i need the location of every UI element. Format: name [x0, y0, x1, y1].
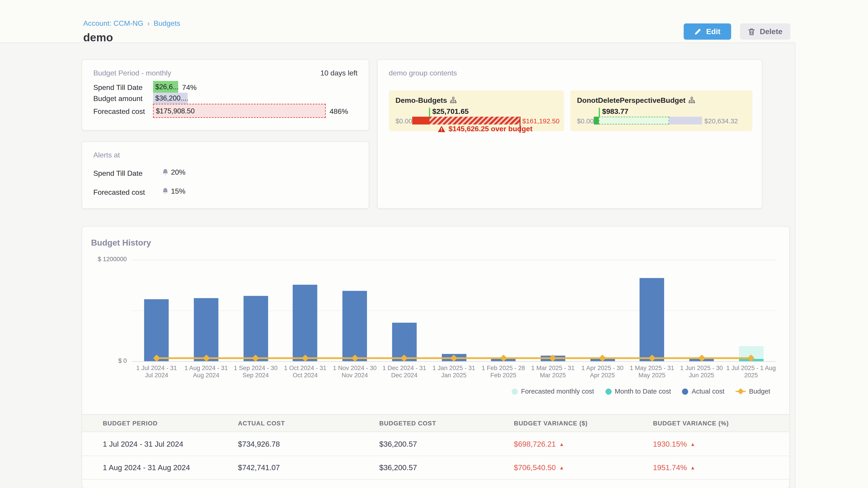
hierarchy-icon[interactable] [450, 96, 457, 104]
group-budget-name: Demo-Budgets [395, 96, 447, 104]
spend-till-date-label: Spend Till Date [93, 83, 143, 92]
x-axis-label: 1 Sep 2024 - 30 Sep 2024 [231, 365, 281, 379]
hierarchy-icon[interactable] [688, 96, 695, 104]
breadcrumb-account-link[interactable]: Account: CCM-NG [83, 19, 143, 27]
budget-amount-bar: $36,200.... [153, 93, 188, 104]
x-axis-label: 1 Oct 2024 - 31 Oct 2024 [281, 365, 330, 379]
page-header: Account: CCM-NG › Budgets demo Edit Dele… [0, 0, 868, 42]
group-budget-donotdelete: DonotDeletePerspectiveBudget $983.77 $0.… [570, 90, 752, 131]
triangle-up-icon: ▲ [690, 441, 695, 447]
group-contents-title: demo group contents [389, 69, 457, 77]
col-actual-cost: ACTUAL COST [238, 420, 285, 427]
history-table-header: BUDGET PERIOD ACTUAL COST BUDGETED COST … [82, 414, 789, 432]
forecasted-cost-bar: $175,908.50 [153, 104, 326, 118]
actual-cost-bar [293, 285, 318, 361]
alert-spend-label: Spend Till Date [93, 169, 143, 177]
alert-forecast-label: Forecasted cost [93, 188, 145, 197]
budget-period-card-title: Budget Period - monthly [93, 69, 171, 77]
days-left-label: 10 days left [320, 69, 358, 77]
alert-forecast-value: 15% [162, 187, 186, 195]
triangle-up-icon: ▲ [690, 465, 695, 470]
overspend-hatched-segment [430, 117, 520, 125]
alerts-card-title: Alerts at [93, 151, 120, 159]
y-axis-top-label: $ 1200000 [88, 256, 127, 263]
legend-item-mtd[interactable]: Month to Date cost [605, 387, 671, 395]
alerts-card: Alerts at Spend Till Date 20% Forecasted… [82, 141, 369, 209]
chart-x-axis-labels: 1 Jul 2024 - 31 Jul 20241 Aug 2024 - 31 … [132, 365, 776, 383]
group-budget-demo-budgets: Demo-Budgets $25,701.65 $0.00 $161,192.5… [389, 90, 564, 131]
actual-cost-bar [640, 278, 664, 361]
x-axis-label: 1 Jul 2024 - 31 Jul 2024 [132, 365, 181, 379]
col-budget-period: BUDGET PERIOD [103, 420, 158, 427]
x-axis-label: 1 Feb 2025 - 28 Feb 2025 [478, 365, 528, 379]
over-budget-row: $145,626.25 over budget [438, 125, 532, 133]
budget-usage-bar [594, 117, 702, 125]
actual-cost-bar [194, 298, 218, 361]
table-row[interactable]: 1 Aug 2024 - 31 Aug 2024 $742,741.07 $36… [82, 456, 789, 480]
spend-till-date-bar: $26,6... [153, 81, 178, 93]
actual-value-label: $983.77 [602, 107, 628, 116]
actual-cost-bar [243, 295, 268, 361]
bell-icon [162, 168, 169, 176]
legend-item-actual[interactable]: Actual cost [682, 387, 724, 395]
forecasted-cost-label: Forecasted cost [93, 107, 145, 116]
x-axis-label: 1 Dec 2024 - 31 Dec 2024 [379, 365, 429, 379]
bar-min-label: $0.00 [577, 117, 594, 125]
spent-segment [594, 117, 599, 125]
x-axis-label: 1 Jun 2025 - 30 Jun 2025 [677, 365, 726, 379]
triangle-up-icon: ▲ [559, 465, 564, 470]
pencil-icon [694, 28, 702, 35]
col-budgeted-cost: BUDGETED COST [379, 420, 436, 427]
chart-plot [132, 227, 776, 361]
forecast-dashed-segment [599, 117, 669, 125]
budget-detail-page: Account: CCM-NG › Budgets demo Edit Dele… [0, 0, 868, 488]
bell-icon [162, 188, 169, 195]
spent-segment [412, 117, 430, 125]
bar-max-label: $161,192.50 [522, 117, 559, 125]
table-row[interactable]: 1 Jul 2024 - 31 Jul 2024 $734,926.78 $36… [82, 433, 789, 456]
group-budget-name: DonotDeletePerspectiveBudget [577, 96, 686, 104]
x-axis-label: 1 Nov 2024 - 30 Nov 2024 [330, 365, 379, 379]
actual-cost-bar [144, 299, 169, 361]
delete-button-label: Delete [760, 27, 782, 36]
breadcrumb: Account: CCM-NG › Budgets [83, 19, 180, 27]
actual-value-label: $25,701.65 [432, 107, 469, 116]
x-axis-label: 1 Jan 2025 - 31 Jan 2025 [429, 365, 478, 379]
triangle-up-icon: ▲ [559, 441, 564, 447]
page-title: demo [83, 31, 113, 44]
bar-min-label: $0.00 [395, 117, 412, 125]
x-axis-label: 1 May 2025 - 31 May 2025 [627, 365, 677, 379]
x-axis-label: 1 Jul 2025 - 1 Aug 2025 [726, 365, 776, 379]
col-variance-pct: BUDGET VARIANCE (%) [653, 420, 729, 427]
breadcrumb-budgets-link[interactable]: Budgets [153, 19, 180, 27]
budget-period-card: Budget Period - monthly 10 days left Spe… [82, 59, 369, 131]
budget-history-card: Budget History $ 1200000 $ 0 1 Jul 2024 … [82, 226, 790, 488]
spend-percent-label: 74% [182, 83, 197, 92]
content-area: Budget Period - monthly 10 days left Spe… [0, 42, 796, 488]
warning-icon [438, 125, 445, 132]
budget-usage-bar [412, 117, 520, 125]
x-axis-label: 1 Mar 2025 - 31 Mar 2025 [528, 365, 578, 379]
legend-item-budget[interactable]: Budget [736, 387, 770, 395]
budget-legend-line-icon [736, 391, 745, 392]
edit-button[interactable]: Edit [684, 24, 731, 40]
actual-legend-dot-icon [682, 388, 688, 394]
breadcrumb-separator-icon: › [147, 19, 150, 27]
x-axis-label: 1 Apr 2025 - 30 Apr 2025 [578, 365, 627, 379]
actual-cost-bar [342, 291, 367, 361]
forecast-percent-label: 486% [330, 107, 348, 116]
group-contents-card: demo group contents Demo-Budgets $25,701… [377, 59, 763, 209]
chart-legend: Forecasted monthly cost Month to Date co… [512, 387, 770, 395]
col-variance-usd: BUDGET VARIANCE ($) [514, 420, 588, 427]
y-axis-zero-label: $ 0 [88, 357, 127, 364]
budget-amount-label: Budget amount [93, 94, 143, 103]
trash-icon [748, 28, 755, 35]
forecast-legend-dot-icon [512, 388, 518, 394]
edit-button-label: Edit [706, 27, 720, 36]
alert-spend-value: 20% [162, 168, 186, 176]
bar-max-label: $20,634.32 [704, 117, 738, 125]
remaining-segment [669, 117, 702, 125]
legend-item-forecasted[interactable]: Forecasted monthly cost [512, 387, 594, 395]
over-budget-label: $145,626.25 over budget [448, 125, 532, 133]
delete-button[interactable]: Delete [740, 24, 790, 40]
